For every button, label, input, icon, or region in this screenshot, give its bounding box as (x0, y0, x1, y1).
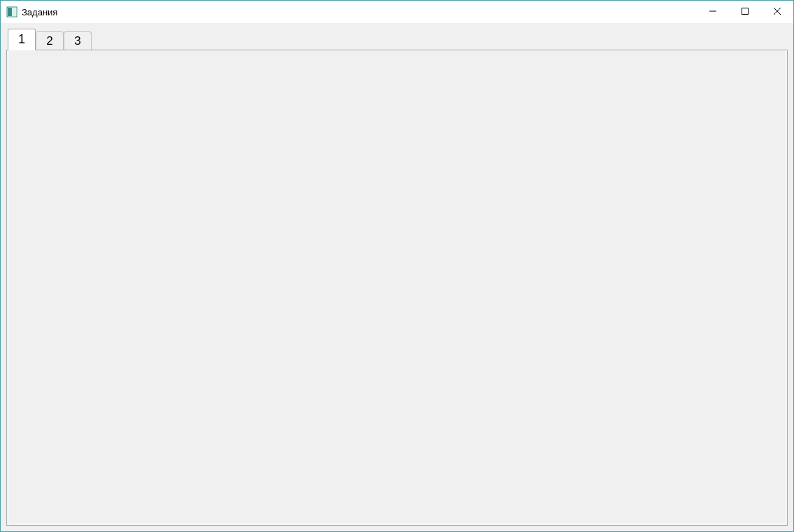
tab-content (6, 50, 788, 526)
tab-1[interactable]: 1 (8, 29, 36, 50)
window-controls (697, 1, 793, 23)
maximize-button[interactable] (729, 1, 761, 22)
svg-rect-4 (742, 8, 749, 15)
tab-panel (8, 51, 786, 524)
tab-3[interactable]: 3 (64, 31, 92, 50)
app-window: Задания 1 2 (0, 0, 794, 532)
tab-label: 1 (18, 32, 25, 47)
window-title: Задания (22, 7, 697, 17)
tab-label: 3 (74, 34, 80, 48)
svg-rect-2 (12, 8, 16, 16)
tab-label: 2 (46, 34, 52, 48)
tab-2[interactable]: 2 (36, 31, 64, 50)
titlebar: Задания (1, 1, 793, 23)
tab-bar: 1 2 3 (6, 29, 788, 50)
svg-rect-1 (8, 8, 12, 16)
tab-widget: 1 2 3 (6, 29, 788, 526)
minimize-button[interactable] (697, 1, 729, 22)
close-button[interactable] (761, 1, 793, 22)
app-icon (6, 6, 17, 17)
client-area: 1 2 3 (1, 23, 793, 531)
